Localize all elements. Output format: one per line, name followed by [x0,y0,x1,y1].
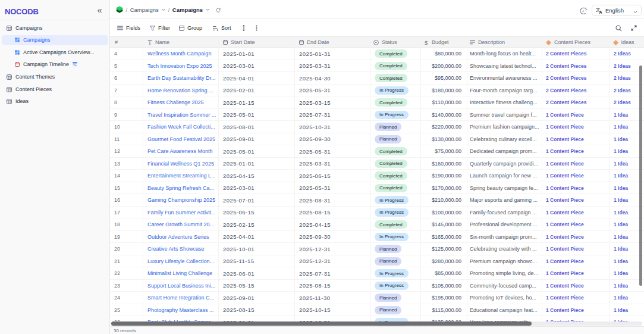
svg-text:$: $ [425,39,428,45]
svg-text:A: A [599,10,602,14]
